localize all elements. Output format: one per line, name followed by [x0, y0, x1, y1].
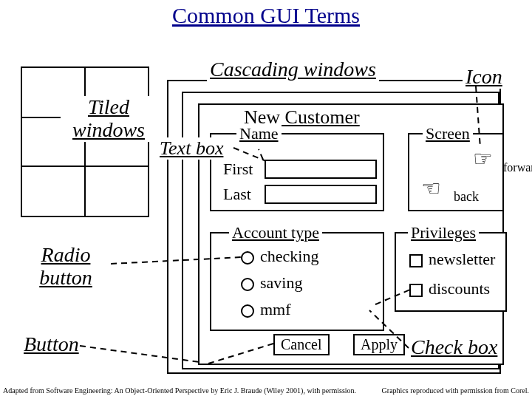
checkbox-newsletter-label: newsletter — [429, 250, 495, 269]
account-legend: Account type — [229, 223, 322, 242]
name-legend: Name — [236, 124, 282, 143]
checkbox-newsletter[interactable] — [409, 254, 423, 267]
credits-left: Adapted from Software Engineering: An Ob… — [3, 386, 356, 395]
last-input[interactable] — [265, 185, 377, 204]
radio-checking-label: checking — [260, 247, 318, 266]
radio-mmf[interactable] — [241, 304, 254, 318]
privileges-legend: Privileges — [408, 223, 479, 242]
radio-saving-label: saving — [260, 273, 302, 293]
tiled-windows-label: Tiled windows — [61, 96, 157, 142]
pointing-hand-back-icon[interactable]: ☜ — [421, 177, 441, 200]
checkbox-label: Check box — [411, 335, 497, 359]
first-label: First — [223, 160, 253, 179]
radio-checking[interactable] — [241, 251, 254, 265]
forward-label: forward — [503, 161, 532, 174]
last-label: Last — [223, 185, 251, 204]
first-input[interactable] — [265, 160, 377, 179]
checkbox-discounts-label: discounts — [429, 279, 490, 299]
back-label: back — [454, 189, 479, 205]
privileges-fieldset — [395, 232, 507, 312]
checkbox-discounts[interactable] — [409, 284, 423, 297]
credits-right: Graphics reproduced with permission from… — [382, 386, 529, 395]
button-label: Button — [24, 332, 79, 356]
radio-saving[interactable] — [241, 278, 254, 291]
tiled-windows-diagram — [21, 66, 149, 217]
radio-button-label: Radio button — [25, 244, 106, 290]
page-title: Common GUI Terms — [0, 3, 532, 28]
cascading-windows-label: Cascading windows — [207, 58, 379, 81]
cancel-button[interactable]: Cancel — [273, 334, 330, 355]
icon-label: Icon — [463, 65, 505, 89]
pointing-hand-forward-icon[interactable]: ☞ — [473, 148, 493, 170]
textbox-label: Text box — [158, 137, 225, 160]
apply-button[interactable]: Apply — [353, 334, 405, 355]
radio-mmf-label: mmf — [260, 300, 291, 319]
screen-legend: Screen — [423, 124, 473, 143]
